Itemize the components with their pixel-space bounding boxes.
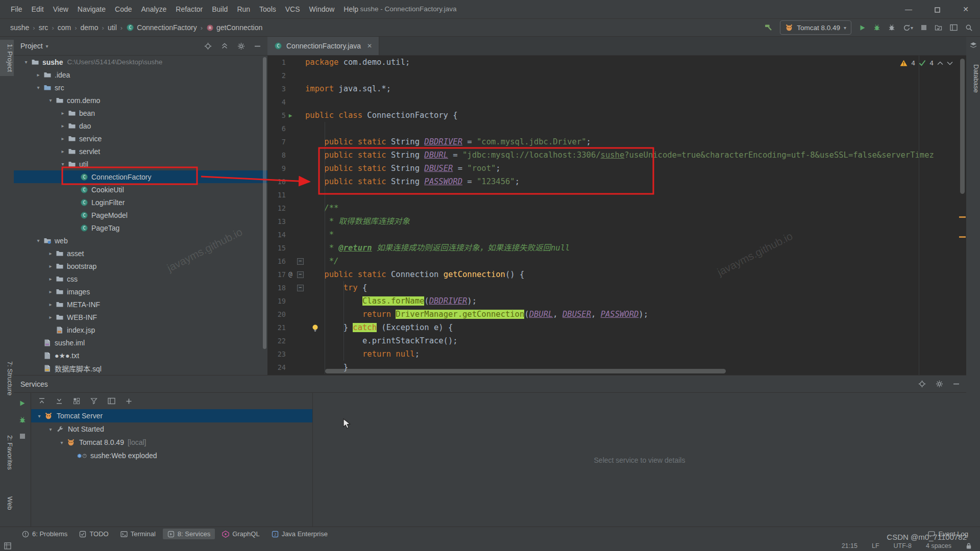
- debug-button[interactable]: [873, 24, 880, 31]
- tree-item-bean[interactable]: ▸bean: [14, 107, 267, 119]
- breadcrumb-com[interactable]: com: [56, 23, 73, 32]
- code-line-3[interactable]: 3import java.sql.*;: [267, 82, 966, 95]
- menu-vcs[interactable]: VCS: [281, 0, 305, 18]
- hide-panel-icon[interactable]: [254, 43, 261, 49]
- fold-marker-icon[interactable]: −: [295, 281, 305, 294]
- code-line-18[interactable]: 18− try {: [267, 281, 966, 294]
- chevron-right-icon[interactable]: ▸: [46, 314, 55, 320]
- collapse-all-icon[interactable]: [221, 42, 228, 49]
- code-line-10[interactable]: 10 public static String PASSWORD = "1234…: [267, 175, 966, 188]
- tree-item-index-jsp[interactable]: index.jsp: [14, 323, 267, 336]
- project-title[interactable]: Project: [20, 42, 43, 50]
- scroll-to-bottom-icon[interactable]: [56, 397, 63, 405]
- chevron-right-icon[interactable]: ▸: [34, 72, 42, 78]
- tree-item-loginfilter[interactable]: CLoginFilter: [14, 196, 267, 209]
- prev-issue-icon[interactable]: [937, 61, 943, 65]
- group-by-icon[interactable]: [73, 397, 80, 405]
- inspections-widget[interactable]: 4 4: [900, 59, 953, 67]
- breadcrumb-getconnection[interactable]: mgetConnection: [204, 23, 264, 32]
- status-4-spaces[interactable]: 4 spaces: [926, 542, 951, 549]
- tree-item-sushe-iml[interactable]: sushe.iml: [14, 336, 267, 349]
- tree-item-css[interactable]: ▸css: [14, 272, 267, 285]
- menu-tools[interactable]: Tools: [255, 0, 281, 18]
- code-line-2[interactable]: 2: [267, 69, 966, 82]
- code-line-11[interactable]: 11: [267, 188, 966, 202]
- menu-navigate[interactable]: Navigate: [73, 0, 110, 18]
- tree-item-servlet[interactable]: ▸servlet: [14, 145, 267, 158]
- code-line-1[interactable]: 1package com.demo.util;: [267, 56, 966, 69]
- coverage-button[interactable]: [935, 24, 942, 32]
- debug-service-icon[interactable]: [19, 416, 26, 423]
- tool-window-switcher-icon[interactable]: [4, 542, 11, 549]
- code-line-13[interactable]: 13 * 取得数据库连接对象: [267, 215, 966, 228]
- chevron-right-icon[interactable]: ▸: [46, 302, 55, 307]
- stop-service-icon[interactable]: [19, 433, 26, 439]
- code-line-23[interactable]: 23 return null;: [267, 347, 966, 361]
- statusbar-8-services[interactable]: 8: Services: [163, 529, 215, 539]
- intention-bulb-icon[interactable]: [311, 323, 319, 332]
- fold-marker-icon[interactable]: −: [295, 255, 305, 268]
- profiler-button[interactable]: [888, 24, 895, 31]
- status-utf-8[interactable]: UTF-8: [894, 542, 912, 549]
- tool-button-2-favorites[interactable]: 2: Favorites: [0, 431, 14, 474]
- menu-edit[interactable]: Edit: [27, 0, 48, 18]
- tree-item-idea[interactable]: ▸.idea: [14, 68, 267, 81]
- breadcrumb-connectionfactory[interactable]: CConnectionFactory: [124, 23, 199, 32]
- warning-stripe-mark[interactable]: [959, 236, 966, 238]
- search-everywhere-button[interactable]: [965, 24, 973, 32]
- tree-item-images[interactable]: ▸images: [14, 285, 267, 298]
- chevron-down-icon[interactable]: ▾: [34, 85, 42, 90]
- fold-marker-icon[interactable]: −: [295, 268, 305, 281]
- stop-button[interactable]: [921, 24, 927, 31]
- code-line-19[interactable]: 19 Class.forName(DBDRIVER);: [267, 294, 966, 308]
- chevron-down-icon[interactable]: ▾: [59, 161, 67, 167]
- menu-view[interactable]: View: [48, 0, 73, 18]
- layout-button[interactable]: [950, 24, 958, 31]
- tree-item-asset[interactable]: ▸asset: [14, 247, 267, 260]
- tree-item-util[interactable]: ▾util: [14, 158, 267, 170]
- chevron-down-icon[interactable]: ▾: [46, 97, 55, 103]
- tree-item-com-demo[interactable]: ▾com.demo: [14, 94, 267, 107]
- breadcrumb-util[interactable]: util: [106, 23, 119, 32]
- lock-icon[interactable]: [966, 542, 972, 549]
- tree-item-sql[interactable]: 数据库脚本.sql: [14, 362, 267, 374]
- code-line-5[interactable]: 5▶public class ConnectionFactory {: [267, 109, 966, 122]
- chevron-right-icon[interactable]: ▸: [59, 148, 67, 154]
- breadcrumb-demo[interactable]: demo: [79, 23, 101, 32]
- services-item-sushe-web-exploded[interactable]: ?sushe:Web exploded: [31, 449, 312, 462]
- tree-item-txt[interactable]: ●★●.txt: [14, 349, 267, 362]
- code-line-16[interactable]: 16− */: [267, 255, 966, 268]
- breadcrumb-src[interactable]: src: [37, 23, 51, 32]
- chevron-right-icon[interactable]: ▸: [59, 136, 67, 141]
- chevron-down-icon[interactable]: ▾: [22, 59, 30, 65]
- run-service-icon[interactable]: [19, 400, 26, 407]
- hide-panel-icon[interactable]: [953, 381, 960, 387]
- locate-icon[interactable]: [918, 380, 926, 388]
- tree-item-pagemodel[interactable]: CPageModel: [14, 209, 267, 221]
- run-class-icon[interactable]: ▶: [286, 109, 295, 122]
- code-line-12[interactable]: 12 /**: [267, 202, 966, 215]
- run-configuration-select[interactable]: Tomcat 8.0.49▾: [780, 20, 851, 35]
- gear-icon[interactable]: [237, 42, 245, 50]
- tree-item-service[interactable]: ▸service: [14, 132, 267, 145]
- code-line-20[interactable]: 20 return DriverManager.getConnection(DB…: [267, 308, 966, 321]
- chevron-down-icon[interactable]: ▾: [46, 427, 55, 432]
- tree-item-web-inf[interactable]: ▸WEB-INF: [14, 311, 267, 323]
- chevron-right-icon[interactable]: ▸: [46, 289, 55, 294]
- code-line-17[interactable]: 17@− public static Connection getConnect…: [267, 268, 966, 281]
- services-item-tomcat-server[interactable]: ▾Tomcat Server: [31, 409, 312, 422]
- statusbar-6-problems[interactable]: 6: Problems: [17, 529, 72, 539]
- tree-item-dao[interactable]: ▸dao: [14, 119, 267, 132]
- close-button[interactable]: ✕: [951, 0, 980, 18]
- code-line-15[interactable]: 15 * @return 如果连接成功则返回连接对象，如果连接失败返回null: [267, 241, 966, 255]
- rerun-button[interactable]: ▾: [903, 24, 913, 32]
- menu-analyze[interactable]: Analyze: [137, 0, 172, 18]
- chevron-right-icon[interactable]: ▸: [59, 110, 67, 116]
- tool-button-database[interactable]: Database: [966, 60, 980, 97]
- statusbar-todo[interactable]: TODO: [75, 529, 113, 539]
- statusbar-terminal[interactable]: Terminal: [116, 529, 160, 539]
- code-line-8[interactable]: 8 public static String DBURL = "jdbc:mys…: [267, 148, 966, 162]
- editor-horizontal-scrollbar[interactable]: [325, 369, 726, 373]
- code-line-21[interactable]: 21 } catch (Exception e) {: [267, 321, 966, 334]
- statusbar-graphql[interactable]: GraphQL: [217, 529, 264, 539]
